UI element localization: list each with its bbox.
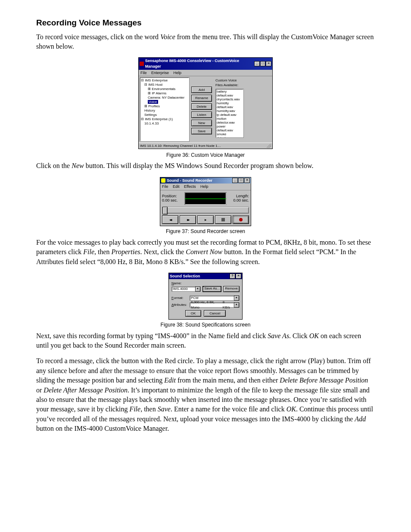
text: button on the IMS-4000 CustomVoice Manag… [36,425,169,432]
tree-node[interactable]: ⊟ IMS Enterprise [141,78,188,83]
resize-grip-icon[interactable] [267,144,271,148]
file-item[interactable]: humidity default.wav [217,101,243,109]
waveform-display [184,192,227,205]
rewind-button[interactable]: ◂◂ [162,215,178,224]
slider-thumb[interactable] [162,207,168,215]
chevron-down-icon: ▾ [195,286,200,292]
rename-button[interactable]: Rename [191,95,212,101]
tree-node-voice[interactable]: Voice [141,100,188,104]
play-icon: ▸ [205,217,207,223]
file-item[interactable]: power default.wav [217,124,243,132]
attributes-label: Attributes: [171,302,188,307]
close-button[interactable]: × [236,274,241,279]
save-button[interactable]: Save [191,128,212,134]
window-titlebar: Sensaphone IMS-4000 ConsoleView - Custom… [139,58,272,69]
tree-node[interactable]: Camera: NY Datacenter [141,96,188,100]
paragraph: To record a message, click the button wi… [36,356,375,433]
delete-button[interactable]: Delete [191,103,212,110]
tree-node[interactable]: ⊞ Profiles [141,104,188,109]
convert-now-italic: Convert Now [186,248,222,255]
close-button[interactable]: × [244,178,250,183]
file-list[interactable]: battery default.wav drycontacts.wav humi… [215,89,244,138]
menu-enterprise[interactable]: Enterprise [151,71,169,75]
position-slider[interactable] [162,207,249,214]
menu-help[interactable]: Help [174,71,182,75]
tree-node[interactable]: 10.1.4.33 [141,121,188,126]
save-as-italic: Save As [268,332,289,339]
name-label: Name: [171,281,188,286]
add-button[interactable]: Add [191,87,212,93]
file-item[interactable]: ip default.wav [217,113,243,117]
tree-node[interactable]: Settings [141,113,188,117]
tree-node[interactable]: ⊞ IP Alarms [141,91,188,96]
menu-edit[interactable]: Edit [173,184,180,189]
cancel-button[interactable]: Cancel [204,310,226,317]
position-readout: Position: 0.00 sec. [162,194,183,203]
new-button[interactable]: New [191,120,212,126]
maximize-button[interactable]: □ [238,178,244,183]
format-label: Format: [171,296,188,300]
fast-forward-button[interactable]: ▸▸ [180,215,196,224]
file-item[interactable]: humidity.wav [217,109,243,113]
custom-voice-manager-window: Sensaphone IMS-4000 ConsoleView - Custom… [138,57,273,149]
menu-file[interactable]: File [162,184,168,189]
save-as-button[interactable]: Save As... [202,286,221,292]
delete-after-italic: Delete After Message Position [44,386,128,394]
file-item[interactable]: battery default.wav [217,90,243,97]
maximize-button[interactable]: □ [260,61,266,66]
ok-italic: OK [309,332,319,339]
file-list-header: Custom Voice Files Available: [215,78,244,87]
attributes-dropdown[interactable]: 8,000 Hz, 8 Bit, Mono 8 KB/s ▾ [190,302,240,308]
tree-node[interactable]: ⊞ Environmentals [141,87,188,91]
stop-icon [221,218,225,221]
file-italic: File, [129,405,142,413]
minimize-button[interactable]: _ [232,178,238,183]
ok-italic: OK [286,405,296,413]
intro-paragraph: To record voice messages, click on the w… [36,32,375,52]
sound-recorder-window: Sound - Sound Recorder _ □ × File Edit E… [160,177,251,226]
text: then [142,405,158,413]
window-title: Sensaphone IMS-4000 ConsoleView - Custom… [145,58,254,69]
menu-bar: File Edit Effects Help [160,184,251,190]
action-buttons-column: Add Rename Delete Listen New Save [190,77,214,142]
name-dropdown[interactable]: IMS-4000▾ [171,286,201,292]
tree-view[interactable]: ⊟ IMS Enterprise ⊟ IMS Host ⊞ Environmen… [140,77,190,142]
listen-button[interactable]: Listen [191,112,212,118]
figure-caption: Figure 38: Sound Specifications screen [36,321,375,329]
file-list-panel: Custom Voice Files Available: battery de… [214,77,246,142]
close-button[interactable]: × [266,61,271,66]
text: then [96,248,112,255]
menu-file[interactable]: File [140,71,147,75]
window-titlebar: Sound Selection ? × [169,273,242,280]
file-item[interactable]: motion detector.wav [217,117,243,124]
stop-button[interactable] [215,215,231,224]
file-item[interactable]: smoke detector.wav [217,132,243,138]
status-text: IMS 10.1.4.10: Removing Channel 11 from … [140,143,267,148]
window-title: Sound - Sound Recorder [167,178,212,184]
new-italic: New [72,162,84,169]
minimize-button[interactable]: _ [254,61,260,66]
record-button[interactable] [233,215,249,224]
play-button[interactable]: ▸ [197,215,214,224]
delete-before-italic: Delete Before Message Position [280,376,368,384]
help-button[interactable]: ? [230,274,235,279]
menu-help[interactable]: Help [200,184,209,189]
tree-node[interactable]: ⊟ IMS Enterprise (1) [141,117,188,121]
tree-node[interactable]: ⊟ IMS Host [141,83,188,87]
text: Click on the [36,162,72,169]
paragraph: Next, save this recording format by typi… [36,331,375,351]
paragraph: For the voice messages to play back corr… [36,238,375,267]
tree-node[interactable]: History [141,109,188,113]
fast-forward-icon: ▸▸ [187,217,189,223]
figure-caption: Figure 36: Custom Voice Manager [36,152,375,159]
menu-effects[interactable]: Effects [184,184,196,189]
file-item[interactable]: drycontacts.wav [217,97,243,101]
ok-button[interactable]: OK [185,310,202,317]
text: . Next, click the [140,248,186,255]
remove-button[interactable]: Remove [223,286,240,292]
record-icon [239,218,243,221]
menu-bar: File Enterprise Help [139,70,272,77]
chevron-down-icon: ▾ [234,302,239,308]
sound-selection-dialog: Sound Selection ? × Name: IMS-4000▾ Save… [168,273,243,320]
figure-38: Sound Selection ? × Name: IMS-4000▾ Save… [36,273,375,329]
